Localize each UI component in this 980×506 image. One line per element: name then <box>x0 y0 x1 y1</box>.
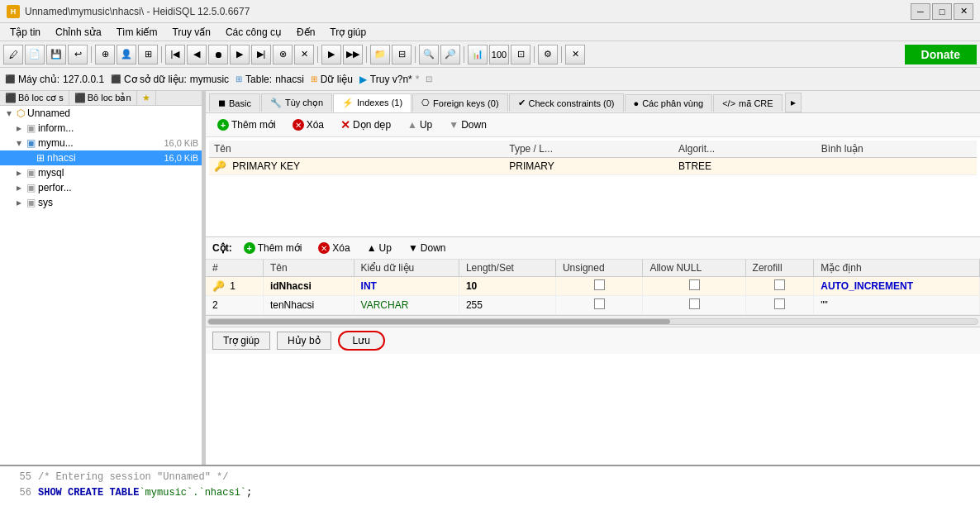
menu-tools[interactable]: Các công cụ <box>219 25 288 40</box>
toolbar-close2[interactable]: ✕ <box>565 45 585 64</box>
toolbar-search[interactable]: 🔍 <box>419 45 439 64</box>
index-clean-button[interactable]: ✕ Dọn dẹp <box>335 117 396 133</box>
sidebar-item-mysql[interactable]: ▸ ▣ mysql <box>0 165 202 180</box>
tab-check-constraints[interactable]: ✔ Check constraints (0) <box>509 93 624 112</box>
minimize-button[interactable]: ─ <box>911 3 930 20</box>
toolbar-table[interactable]: ⊟ <box>392 45 412 64</box>
table-row[interactable]: 🔑 PRIMARY KEY PRIMARY BTREE <box>209 158 977 175</box>
toolbar-copy[interactable]: ⊕ <box>95 45 115 64</box>
toolbar-back[interactable]: |◀ <box>165 45 185 64</box>
col-delete-button[interactable]: ✕ Xóa <box>313 241 354 255</box>
save-button[interactable]: Lưu <box>338 331 385 351</box>
col-row1-allownull[interactable] <box>643 277 745 296</box>
donate-button[interactable]: Donate <box>905 45 977 64</box>
tab-indexes[interactable]: ⚡ Indexes (1) <box>333 93 412 112</box>
horizontal-scrollbar[interactable] <box>206 315 980 327</box>
toolbar-refresh[interactable]: ⊗ <box>273 45 293 64</box>
index-delete-button[interactable]: ✕ Xóa <box>288 117 329 132</box>
tab-basic[interactable]: ◼ Basic <box>209 93 260 112</box>
line-num-55: 55 <box>7 470 31 485</box>
menu-help[interactable]: Trợ giúp <box>323 25 373 40</box>
columns-header: Cột: + Thêm mới ✕ Xóa ▲ Up ▼ <box>206 237 980 260</box>
filter-tab-db[interactable]: ⬛ Bô loc cơ s <box>0 91 69 105</box>
toolbar-run[interactable]: ▶ <box>321 45 341 64</box>
menu-edit[interactable]: Chỉnh sửa <box>49 25 108 40</box>
index-add-button[interactable]: + Thêm mới <box>212 117 281 132</box>
sidebar-item-nhacsi[interactable]: ⊞ nhacsi 16,0 KiB <box>0 150 202 165</box>
bottom-bar: Trợ giúp Hủy bỏ Lưu <box>206 327 980 354</box>
query-info[interactable]: ▶ Truy v?n* * <box>359 74 420 85</box>
help-button[interactable]: Trợ giúp <box>212 332 270 350</box>
toolbar-cut[interactable]: ⊞ <box>138 45 158 64</box>
toolbar-export[interactable]: ⊡ <box>511 45 530 64</box>
tab-options[interactable]: 🔧 Tùy chọn <box>261 93 332 112</box>
db-value: mymusic <box>190 74 229 85</box>
col-row1-unsigned[interactable] <box>555 277 643 296</box>
unsigned-checkbox-1[interactable] <box>594 279 605 290</box>
index-down-button[interactable]: ▼ Down <box>444 117 492 132</box>
star-tab[interactable]: ★ <box>137 91 156 105</box>
unsigned-checkbox-2[interactable] <box>594 298 605 309</box>
sidebar-item-mymu[interactable]: ▾ ▣ mymu... 16,0 KiB <box>0 136 202 150</box>
col-row2-unsigned[interactable] <box>555 296 643 315</box>
col-delete-icon: ✕ <box>318 242 330 254</box>
tab-foreign-keys[interactable]: ⎔ Foreign keys (0) <box>412 93 507 112</box>
data-info[interactable]: ⊞ Dữ liệu <box>311 74 353 85</box>
zerofill-checkbox-1[interactable] <box>774 279 785 290</box>
toolbar-run2[interactable]: ▶▶ <box>343 45 363 64</box>
sidebar-item-perfor[interactable]: ▸ ▣ perfor... <box>0 180 202 195</box>
menu-file[interactable]: Tập tin <box>3 25 47 40</box>
toolbar-undo[interactable]: ↩ <box>68 45 88 64</box>
toolbar-paste[interactable]: 👤 <box>117 45 136 64</box>
col-row1-zerofill[interactable] <box>745 277 814 296</box>
toolbar-skip[interactable]: ▶| <box>251 45 271 64</box>
zerofill-checkbox-2[interactable] <box>774 298 785 309</box>
tab-partitions[interactable]: ● Các phân vùng <box>625 94 713 112</box>
menu-query[interactable]: Truy vấn <box>165 25 217 40</box>
toolbar-stats[interactable]: 📊 <box>468 45 488 64</box>
sidebar-item-sys[interactable]: ▸ ▣ sys <box>0 195 202 210</box>
toolbar-open[interactable]: 📄 <box>25 45 45 64</box>
allownull-checkbox-1[interactable] <box>689 279 700 290</box>
sql-table-ref: `mymusic`.`nhacsi` <box>139 485 246 501</box>
col-row2-zerofill[interactable] <box>745 296 814 315</box>
menu-goto[interactable]: Đến <box>290 25 321 40</box>
col-add-button[interactable]: + Thêm mới <box>239 241 307 255</box>
col-up-button[interactable]: ▲ Up <box>362 241 397 255</box>
toolbar-folder[interactable]: 📁 <box>370 45 390 64</box>
expand-arrow-mymu: ▾ <box>17 137 26 149</box>
sidebar-label-unnamed: Unnamed <box>27 107 70 119</box>
filter-tab-table[interactable]: ⬛ Bô loc bản <box>69 91 137 105</box>
cancel-button[interactable]: Hủy bỏ <box>277 332 331 350</box>
toolbar-code[interactable]: 100 <box>489 45 509 64</box>
close-button[interactable]: ✕ <box>954 3 973 20</box>
col-add-label: Thêm mới <box>258 242 302 254</box>
tab-create[interactable]: </> mã CRE <box>713 94 782 112</box>
sidebar-item-unnamed[interactable]: ▾ ⬡ Unnamed <box>0 106 202 121</box>
toolbar-prev[interactable]: ◀ <box>187 45 207 64</box>
toolbar-save[interactable]: 💾 <box>46 45 66 64</box>
table-info: ⊞ Table: nhacsi <box>235 74 304 85</box>
menu-search[interactable]: Tìm kiếm <box>110 25 164 40</box>
toolbar-search2[interactable]: 🔎 <box>440 45 460 64</box>
col-row2-allownull[interactable] <box>643 296 745 315</box>
toolbar-new[interactable]: 🖊 <box>3 45 23 64</box>
tab-more-button[interactable]: ▸ <box>785 93 802 112</box>
table-row[interactable]: 🔑 1 idNhacsi INT 10 <box>206 277 980 296</box>
db-filter-icon: ⬛ <box>5 93 17 103</box>
sidebar: ⬛ Bô loc cơ s ⬛ Bô loc bản ★ ▾ ⬡ Unnamed… <box>0 91 202 465</box>
col-down-button[interactable]: ▼ Down <box>403 241 451 255</box>
toolbar-x[interactable]: ✕ <box>294 45 314 64</box>
toolbar-next[interactable]: ▶ <box>230 45 250 64</box>
table-label: Table: <box>245 74 272 85</box>
col-th-num: # <box>206 260 263 277</box>
sidebar-item-inform[interactable]: ▸ ▣ inform... <box>0 121 202 136</box>
index-up-button[interactable]: ▲ Up <box>402 117 437 132</box>
maximize-button[interactable]: □ <box>932 3 952 20</box>
table-row[interactable]: 2 tenNhacsi VARCHAR 255 "" <box>206 296 980 315</box>
allownull-checkbox-2[interactable] <box>689 298 700 309</box>
index-row-name: 🔑 PRIMARY KEY <box>209 158 504 175</box>
col-up-icon: ▲ <box>367 242 377 254</box>
toolbar-settings[interactable]: ⚙ <box>538 45 558 64</box>
toolbar-stop[interactable]: ⏺ <box>208 45 228 64</box>
